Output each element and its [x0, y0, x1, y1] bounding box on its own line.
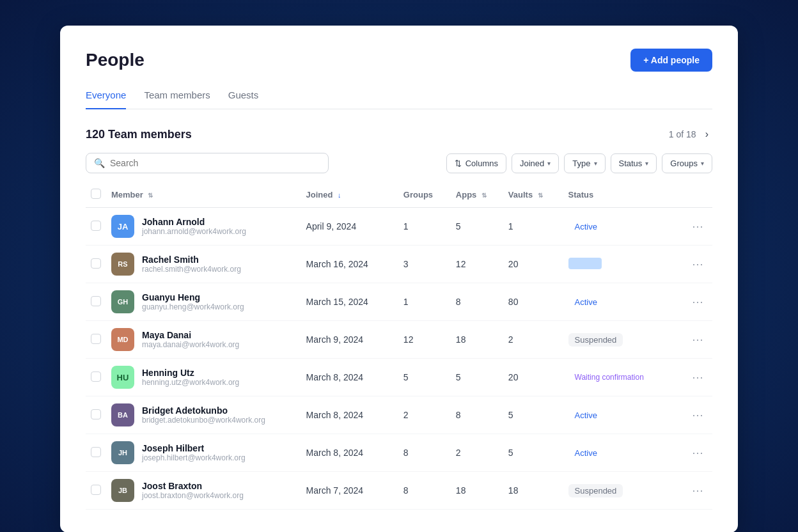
avatar: RS [111, 253, 134, 276]
member-info: Maya Danai maya.danai@work4work.org [142, 330, 239, 349]
member-email: maya.danai@work4work.org [142, 340, 239, 349]
select-all-checkbox[interactable] [91, 189, 101, 199]
more-actions-button[interactable]: ⋯ [688, 369, 707, 386]
row-checkbox[interactable] [91, 258, 101, 269]
filter-status-label: Status [619, 159, 643, 168]
columns-icon: ⇅ [455, 159, 462, 168]
status-cell: Active [563, 434, 683, 472]
member-email: joseph.hilbert@work4work.org [142, 453, 246, 462]
columns-button[interactable]: ⇅ Columns [446, 153, 506, 173]
member-info: Joseph Hilbert joseph.hilbert@work4work.… [142, 443, 246, 462]
columns-label: Columns [465, 159, 498, 168]
member-cell: HU Henning Utz henning.utz@work4work.org [106, 359, 301, 396]
member-cell: JB Joost Braxton joost.braxton@work4work… [106, 472, 301, 510]
member-email: henning.utz@work4work.org [142, 378, 239, 387]
filter-joined-button[interactable]: Joined ▾ [512, 153, 559, 173]
more-actions-button[interactable]: ⋯ [688, 444, 707, 461]
joined-cell: March 16, 2024 [301, 246, 398, 283]
more-actions-button[interactable]: ⋯ [688, 293, 707, 310]
more-actions-button[interactable]: ⋯ [688, 218, 707, 235]
header-checkbox-cell [86, 182, 106, 208]
row-checkbox[interactable] [91, 221, 101, 231]
tab-team-members[interactable]: Team members [144, 84, 210, 109]
more-actions-cell: ⋯ [683, 359, 712, 396]
member-cell: RS Rachel Smith rachel.smith@work4work.o… [106, 246, 301, 283]
groups-cell: 12 [398, 321, 451, 359]
groups-cell: 5 [398, 359, 451, 396]
more-actions-button[interactable]: ⋯ [688, 331, 707, 348]
table-row: HU Henning Utz henning.utz@work4work.org… [86, 359, 712, 396]
row-checkbox[interactable] [91, 409, 101, 419]
apps-cell: 8 [451, 283, 503, 321]
member-info: Guanyu Heng guanyu.heng@work4work.org [142, 292, 244, 311]
tab-everyone[interactable]: Everyone [86, 84, 126, 109]
pagination-next-button[interactable]: › [701, 127, 712, 141]
page-header: People + Add people [86, 49, 712, 72]
more-actions-button[interactable]: ⋯ [688, 482, 707, 499]
main-card: People + Add people Everyone Team member… [60, 26, 738, 532]
more-actions-cell: ⋯ [683, 208, 712, 246]
avatar: JB [111, 479, 134, 502]
status-badge: Active [568, 220, 604, 233]
members-table: Member ⇅ Joined ↓ Groups Apps ⇅ Vaults ⇅ [86, 182, 712, 510]
sort-icon[interactable]: ⇅ [148, 192, 153, 199]
filter-type-label: Type [572, 159, 590, 168]
table-row: JA Johann Arnold johann.arnold@work4work… [86, 208, 712, 246]
status-badge: Waiting confirmation [568, 371, 650, 384]
more-actions-button[interactable]: ⋯ [688, 407, 707, 423]
table-row: JH Joseph Hilbert joseph.hilbert@work4wo… [86, 434, 712, 472]
avatar: JH [111, 441, 134, 464]
section-title: 120 Team members [86, 128, 192, 141]
status-cell: Waiting confirmation [563, 359, 683, 396]
tab-guests[interactable]: Guests [228, 84, 259, 109]
row-checkbox-cell [86, 396, 106, 434]
status-badge: Active [568, 446, 604, 460]
filter-groups-button[interactable]: Groups ▾ [662, 153, 712, 173]
page-title: People [86, 50, 145, 70]
member-info: Rachel Smith rachel.smith@work4work.org [142, 254, 241, 274]
chevron-down-icon: ▾ [594, 160, 597, 167]
search-input[interactable] [110, 158, 320, 168]
groups-cell: 2 [398, 396, 451, 434]
header-vaults: Vaults ⇅ [503, 182, 563, 208]
row-checkbox[interactable] [91, 447, 101, 457]
more-actions-button[interactable]: ⋯ [688, 256, 707, 272]
table-header-row: Member ⇅ Joined ↓ Groups Apps ⇅ Vaults ⇅ [86, 182, 712, 208]
joined-cell: March 8, 2024 [301, 396, 398, 434]
joined-cell: March 9, 2024 [301, 321, 398, 359]
status-cell: Suspended [563, 472, 683, 510]
row-checkbox[interactable] [91, 296, 101, 306]
groups-cell: 1 [398, 208, 451, 246]
filter-type-button[interactable]: Type ▾ [564, 153, 605, 173]
member-info: Bridget Adetokunbo bridget.adetokunbo@wo… [142, 405, 265, 425]
apps-cell: 2 [451, 434, 503, 472]
member-info: Joost Braxton joost.braxton@work4work.or… [142, 481, 244, 500]
apps-cell: 18 [451, 321, 503, 359]
row-checkbox[interactable] [91, 485, 101, 495]
row-checkbox[interactable] [91, 334, 101, 344]
joined-cell: March 8, 2024 [301, 359, 398, 396]
filter-status-button[interactable]: Status ▾ [611, 153, 657, 173]
chevron-down-icon: ▾ [645, 160, 648, 167]
sort-active-icon[interactable]: ↓ [338, 191, 341, 199]
apps-cell: 8 [451, 396, 503, 434]
row-checkbox-cell [86, 208, 106, 246]
status-badge: Suspended [568, 333, 623, 347]
add-people-button[interactable]: + Add people [630, 49, 712, 72]
row-checkbox[interactable] [91, 372, 101, 382]
groups-cell: 8 [398, 434, 451, 472]
header-member: Member ⇅ [106, 182, 301, 208]
joined-cell: March 7, 2024 [301, 472, 398, 510]
avatar: JA [111, 215, 134, 238]
status-cell: Suspended [563, 321, 683, 359]
row-checkbox-cell [86, 472, 106, 510]
sort-icon[interactable]: ⇅ [481, 192, 487, 199]
apps-cell: 18 [451, 472, 503, 510]
sort-icon[interactable]: ⇅ [538, 192, 543, 199]
member-cell: MD Maya Danai maya.danai@work4work.org [106, 321, 301, 359]
tabs-bar: Everyone Team members Guests [86, 84, 712, 109]
pagination: 1 of 18 › [669, 127, 712, 141]
vaults-cell: 20 [503, 359, 563, 396]
more-actions-cell: ⋯ [683, 434, 712, 472]
status-badge: Active [568, 295, 604, 309]
